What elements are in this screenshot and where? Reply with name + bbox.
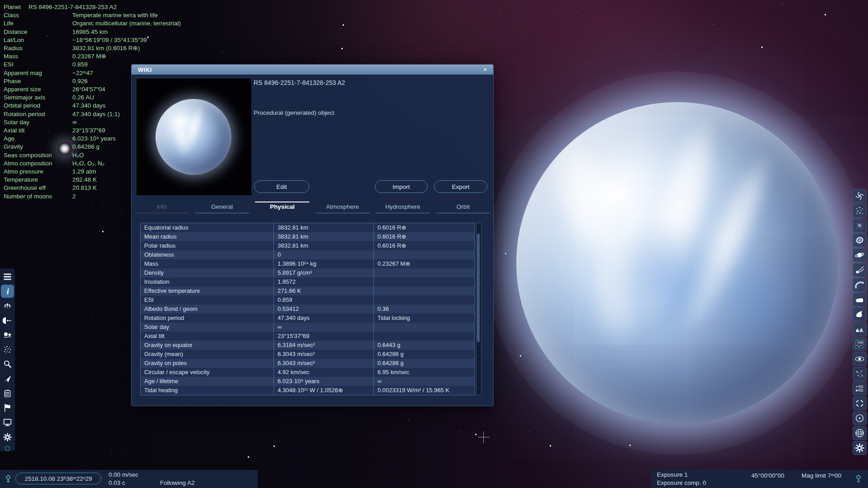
planet-surface[interactable] <box>516 102 838 424</box>
flag-icon[interactable] <box>1 401 14 414</box>
tab-info[interactable]: Info <box>132 198 192 216</box>
table-row: Oblateness0 <box>141 250 474 259</box>
tab-general[interactable]: General <box>192 198 252 216</box>
water-icon[interactable] <box>853 307 867 321</box>
speed-value: 0.00 m/sec <box>108 471 138 478</box>
info-label: Solar day <box>4 118 72 127</box>
table-cell-value: 6.95 km/sec <box>373 368 473 377</box>
constellations-icon[interactable]: Cas <box>853 337 867 351</box>
nebulae-icon[interactable] <box>853 233 867 247</box>
table-cell-parameter: Axial tilt <box>141 332 274 341</box>
info-label: Semimajor axis <box>4 94 72 102</box>
wiki-title: WIKI <box>132 66 152 73</box>
table-row: Solar day∞ <box>141 323 474 332</box>
info-label: Orbital period <box>4 102 72 110</box>
spacecraft-icon[interactable] <box>1 372 14 385</box>
exposure-comp-value: Exposure comp. 0 <box>657 479 706 486</box>
eclipses-icon[interactable] <box>853 352 867 366</box>
info-value: 0.926 <box>72 77 88 85</box>
star-field-icon[interactable] <box>1 343 14 356</box>
tab-atmosphere[interactable]: Atmosphere <box>312 198 373 216</box>
landscapes-icon[interactable] <box>853 322 867 336</box>
table-row: Gravity on equator6.3184 m/sec²0.6443 g <box>141 341 474 350</box>
system-browser-icon[interactable] <box>1 300 14 313</box>
tab-label: Atmosphere <box>312 203 373 210</box>
tab-underline <box>376 213 430 213</box>
info-icon[interactable]: i <box>1 285 14 298</box>
table-row: Age / lifetime6.023·10⁹ years∞ <box>141 377 474 386</box>
info-label: Atmo pressure <box>4 168 72 176</box>
import-button[interactable]: Import <box>375 180 428 193</box>
table-row: Mean radius3832.81 km0.6016 R⊕ <box>141 232 474 241</box>
export-button[interactable]: Export <box>434 180 487 193</box>
table-cell-value: 3832.81 km <box>274 223 373 232</box>
tab-hydrosphere[interactable]: Hydrosphere <box>373 198 433 216</box>
table-cell-value: 0.6016 R⊕ <box>373 232 473 241</box>
object-type: Procedural (generated) object <box>254 109 335 116</box>
info-label: Apparent size <box>4 85 72 94</box>
info-row: Distance16985.45 km <box>4 28 181 36</box>
catalog-names-icon[interactable]: RSRS <box>853 381 867 395</box>
galaxies-icon[interactable] <box>853 189 867 203</box>
clouds-icon[interactable] <box>853 293 867 307</box>
table-cell-parameter: Mean radius <box>141 232 274 241</box>
grid-icon[interactable] <box>853 426 867 440</box>
datetime-display[interactable]: 2518.10.08 23ʰ38ᵐ22ˢ29 <box>15 473 101 484</box>
close-icon[interactable]: × <box>481 65 490 75</box>
info-value: −18°56'19″09 / 35°41'35″39 <box>72 36 147 44</box>
comets-icon[interactable] <box>853 263 867 277</box>
table-cell-value: 0.859 <box>274 296 373 305</box>
object-name: RS 8496-2251-7-841328-253 A2 <box>254 79 345 86</box>
table-cell-value: 47.340 days <box>274 314 373 323</box>
info-value: 0.23267 M⊕ <box>72 52 106 61</box>
info-row: LifeOrganic multicellular (marine, terre… <box>4 19 181 28</box>
info-value: 0.64286 g <box>72 143 99 151</box>
svg-text:RS: RS <box>858 385 863 389</box>
journal-icon[interactable] <box>1 387 14 400</box>
settings-gear-icon[interactable] <box>1 431 14 444</box>
edit-button[interactable]: Edit <box>254 180 309 193</box>
tab-label: Physical <box>252 203 312 210</box>
info-label: Rotation period <box>4 110 72 118</box>
display-icon[interactable] <box>1 416 14 429</box>
settings-gear-icon[interactable] <box>853 441 867 455</box>
table-cell-parameter: Density <box>141 268 274 277</box>
mag-limit-value: Mag limit 7ᵐ00 <box>802 472 841 479</box>
table-row: ESI0.859 <box>141 296 474 305</box>
table-scrollbar[interactable] <box>476 223 481 395</box>
info-value: Temperate marine terra with life <box>72 11 158 19</box>
table-row: Tidal heating4.3048·10¹¹ W / 1.0526⊕0.00… <box>141 386 474 395</box>
location-pin-icon <box>3 474 13 484</box>
orbits-icon[interactable] <box>853 411 867 425</box>
table-cell-value <box>373 277 473 286</box>
table-cell-value: 0.53412 <box>274 305 373 314</box>
ocean-patch <box>605 221 727 333</box>
tab-label: Hydrosphere <box>373 203 433 210</box>
markers-icon[interactable] <box>853 396 867 410</box>
info-value: 16985.45 km <box>72 28 108 36</box>
planet-browser-icon[interactable] <box>1 314 14 327</box>
table-row: Effective temperature271.66 K <box>141 286 474 296</box>
tab-physical[interactable]: Physical <box>252 198 312 216</box>
info-value: RS 8496-2251-7-841328-253 A2 <box>28 3 117 11</box>
info-value: 2 <box>72 192 76 201</box>
atmospheres-icon[interactable] <box>853 278 867 292</box>
star-clusters-icon[interactable] <box>853 219 867 233</box>
tab-orbit[interactable]: Orbit <box>433 198 493 216</box>
table-cell-parameter: Insolation <box>141 277 274 286</box>
wiki-titlebar[interactable]: WIKI × <box>132 65 493 75</box>
info-value: 47.340 days (1:1) <box>72 110 120 118</box>
labels-icon[interactable] <box>853 367 867 381</box>
info-label: Number of moons <box>4 192 72 201</box>
menu-icon[interactable] <box>1 270 14 283</box>
scrollbar-thumb[interactable] <box>477 234 480 342</box>
tab-underline <box>436 213 490 213</box>
planets-icon[interactable] <box>853 248 867 262</box>
binary-stars-icon[interactable] <box>1 328 14 342</box>
info-label: Atmo composition <box>4 160 72 168</box>
search-icon[interactable] <box>1 358 14 371</box>
info-value: H₂O, O₂, N₂ <box>72 160 104 168</box>
info-value: 20.813 K <box>72 184 97 192</box>
stars-icon[interactable] <box>853 204 867 218</box>
record-indicator-icon <box>5 446 10 451</box>
